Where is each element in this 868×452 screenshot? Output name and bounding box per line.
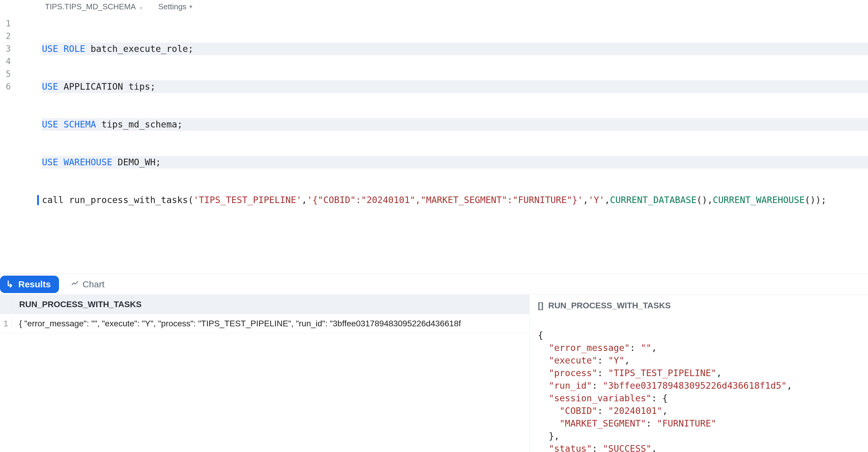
caret-down-icon: ▾: [189, 3, 192, 10]
rownum-header: [0, 300, 12, 309]
detail-title: RUN_PROCESS_WITH_TASKS: [548, 301, 671, 310]
array-bracket-icon: []: [538, 301, 544, 310]
code-line[interactable]: call run_process_with_tasks('TIPS_TEST_P…: [42, 194, 868, 206]
rownum-cell: 1: [0, 319, 12, 329]
detail-panel: [] RUN_PROCESS_WITH_TASKS { "error_messa…: [530, 295, 868, 452]
code-line[interactable]: USE SCHEMA tips_md_schema;: [42, 118, 868, 131]
return-arrow-icon: ↳: [6, 280, 13, 289]
column-header[interactable]: RUN_PROCESS_WITH_TASKS: [12, 300, 142, 309]
tab-chart[interactable]: Chart: [71, 279, 104, 289]
json-viewer[interactable]: { "error_message": "", "execute": "Y", "…: [538, 316, 868, 452]
tab-results-label: Results: [18, 279, 51, 289]
grid-header-row: RUN_PROCESS_WITH_TASKS: [0, 295, 529, 314]
code-area[interactable]: USE ROLE batch_execute_role; USE APPLICA…: [15, 13, 868, 274]
tab-chart-label: Chart: [82, 279, 104, 289]
result-tabs: ↳ Results Chart: [0, 274, 868, 295]
settings-label: Settings: [158, 2, 186, 11]
results-grid: RUN_PROCESS_WITH_TASKS 1 { "error_messag…: [0, 295, 530, 452]
chart-line-icon: [71, 279, 79, 289]
sql-editor[interactable]: 1 2 3 4 5 6 USE ROLE batch_execute_role;…: [0, 13, 868, 274]
settings-selector[interactable]: Settings ▾: [158, 2, 192, 11]
cell-value: { "error_message": "", "execute": "Y", "…: [12, 319, 461, 329]
schema-selector[interactable]: TIPS.TIPS_MD_SCHEMA ⌄: [45, 2, 144, 11]
code-line[interactable]: [42, 231, 868, 244]
context-bar: TIPS.TIPS_MD_SCHEMA ⌄ Settings ▾: [0, 0, 868, 13]
code-line[interactable]: USE APPLICATION tips;: [42, 80, 868, 93]
schema-label: TIPS.TIPS_MD_SCHEMA: [45, 2, 136, 11]
line-gutter: 1 2 3 4 5 6: [0, 13, 15, 274]
table-row[interactable]: 1 { "error_message": "", "execute": "Y",…: [0, 314, 529, 333]
chevron-down-icon: ⌄: [139, 3, 144, 10]
code-line[interactable]: USE WAREHOUSE DEMO_WH;: [42, 156, 868, 169]
tab-results[interactable]: ↳ Results: [0, 276, 59, 293]
code-line[interactable]: USE ROLE batch_execute_role;: [42, 43, 868, 55]
